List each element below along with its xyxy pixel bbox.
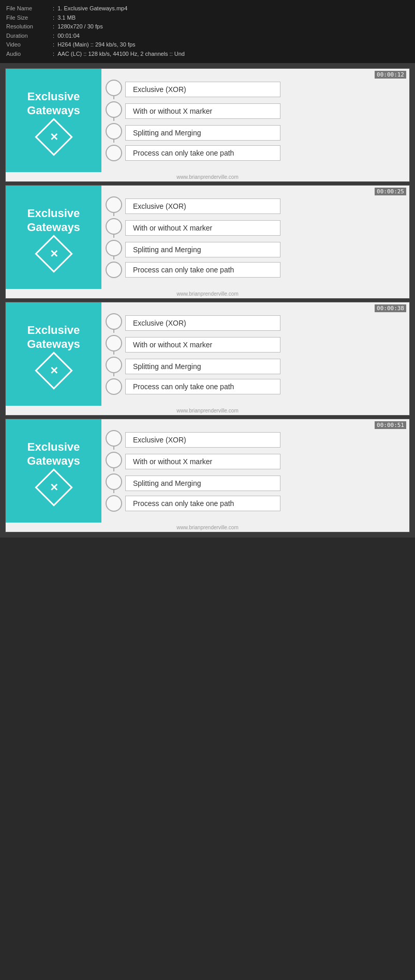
circle-connector [106,495,122,512]
bullet-circle [106,430,122,447]
panel-title: ExclusiveGateways [27,90,80,117]
item-box: Exclusive (XOR) [125,432,280,448]
item-box: Process can only take one path [125,379,280,394]
video-frame-3: 00:00:38 ExclusiveGateways ✕ Exc [2,302,413,416]
item-box: Process can only take one path [125,145,280,161]
xor-symbol: ✕ [49,364,58,377]
bullet-circle [106,80,122,96]
bullet-circle [106,473,122,490]
list-row-0-2: Splitting and Merging [106,123,403,143]
xor-icon: ✕ [35,118,73,156]
circle-connector [106,357,122,376]
xor-icon: ✕ [35,235,73,273]
left-panel: ExclusiveGateways ✕ [6,69,101,172]
frame-content: ExclusiveGateways ✕ Exclusive (XOR) [6,419,409,523]
connector-line [113,213,114,216]
circle-connector [106,145,122,161]
xor-symbol: ✕ [49,131,58,143]
bullet-circle [106,335,122,351]
item-box: Process can only take one path [125,262,280,278]
resolution-label: Resolution [6,22,53,32]
bullet-circle [106,145,122,161]
xor-icon: ✕ [35,468,73,507]
bullet-circle [106,218,122,235]
list-row-0-0: Exclusive (XOR) [106,80,403,99]
right-panel: Exclusive (XOR) With or without X marker… [101,419,409,523]
connector-line [113,96,114,99]
xor-symbol: ✕ [49,481,58,494]
frames-area: 00:00:12 ExclusiveGateways ✕ Exc [0,63,415,538]
panel-title: ExclusiveGateways [27,207,80,234]
item-box: With or without X marker [125,103,280,119]
watermark: www.brianprenderville.com [6,406,409,415]
watermark: www.brianprenderville.com [6,289,409,298]
timestamp: 00:00:51 [375,421,406,429]
video-frame-4: 00:00:51 ExclusiveGateways ✕ Exc [2,419,413,532]
connector-line [113,330,114,333]
video-label: Video [6,40,53,50]
circle-connector [106,80,122,99]
panel-title: ExclusiveGateways [27,440,80,468]
item-box: With or without X marker [125,454,280,469]
connector-line [113,468,114,471]
list-row-1-2: Splitting and Merging [106,240,403,259]
bullet-circle [106,123,122,140]
bullet-circle [106,378,122,395]
audio-label: Audio [6,50,53,59]
watermark: www.brianprenderville.com [6,523,409,532]
circle-connector [106,452,122,471]
video-frame-2: 00:00:25 ExclusiveGateways ✕ Exc [2,185,413,299]
bullet-circle [106,101,122,118]
list-row-2-1: With or without X marker [106,335,403,355]
bullet-circle [106,262,122,278]
circle-connector [106,196,122,216]
connector-line [113,235,114,238]
list-row-3-1: With or without X marker [106,452,403,471]
resolution-data: 1280x720 / 30 fps [57,22,102,32]
frame-content: ExclusiveGateways ✕ Exclusive (XOR) [6,186,409,289]
video-frame: 00:00:25 ExclusiveGateways ✕ Exc [5,185,410,299]
list-items: Exclusive (XOR) With or without X marker… [101,430,403,512]
item-box: Splitting and Merging [125,242,280,257]
video-frame: 00:00:51 ExclusiveGateways ✕ Exc [5,419,410,532]
circle-connector [106,262,122,278]
list-row-1-0: Exclusive (XOR) [106,196,403,216]
frame-content: ExclusiveGateways ✕ Exclusive (XOR) [6,302,409,406]
xor-icon: ✕ [35,351,73,390]
circle-connector [106,101,122,121]
item-box: With or without X marker [125,220,280,236]
connector-line [113,140,114,143]
timestamp: 00:00:38 [375,304,406,312]
timestamp: 00:00:12 [375,71,406,79]
bullet-circle [106,196,122,213]
timestamp: 00:00:25 [375,188,406,195]
file-size-data: 3.1 MB [57,13,76,23]
duration-data: 00:01:04 [57,32,80,41]
file-size-label: File Size [6,13,53,23]
item-box: Splitting and Merging [125,125,280,141]
connector-line [113,447,114,450]
right-panel: Exclusive (XOR) With or without X marker… [101,186,409,289]
duration-label: Duration [6,32,53,41]
xor-symbol: ✕ [49,248,58,260]
watermark: www.brianprenderville.com [6,172,409,181]
circle-connector [106,218,122,238]
video-frame-1: 00:00:12 ExclusiveGateways ✕ Exc [2,68,413,182]
list-row-2-3: Process can only take one path [106,378,403,395]
file-name-value: : [53,4,57,13]
bullet-circle [106,313,122,330]
list-items: Exclusive (XOR) With or without X marker… [101,313,403,395]
connector-line [113,490,114,493]
right-panel: Exclusive (XOR) With or without X marker… [101,69,409,172]
list-items: Exclusive (XOR) With or without X marker… [101,196,403,278]
bullet-circle [106,240,122,256]
list-row-3-3: Process can only take one path [106,495,403,512]
file-name-data: 1. Exclusive Gateways.mp4 [57,4,127,13]
connector-line [113,351,114,355]
audio-data: AAC (LC) :: 128 kb/s, 44100 Hz, 2 channe… [57,50,185,59]
file-info-panel: File Name: 1. Exclusive Gateways.mp4 Fil… [0,0,415,63]
item-box: Process can only take one path [125,496,280,511]
item-box: With or without X marker [125,337,280,353]
list-row-3-0: Exclusive (XOR) [106,430,403,450]
circle-connector [106,430,122,450]
